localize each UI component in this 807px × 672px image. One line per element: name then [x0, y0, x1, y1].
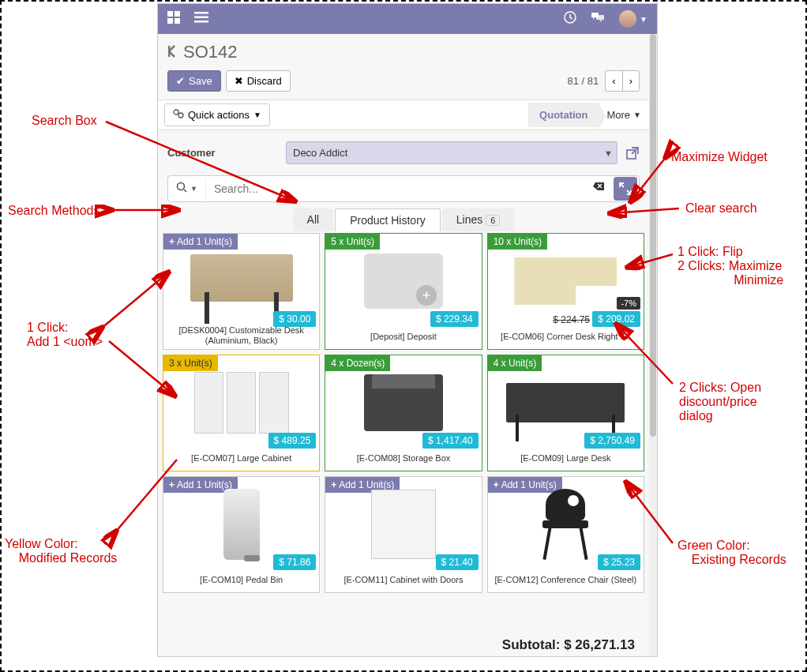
- svg-line-20: [611, 208, 679, 213]
- svg-line-23: [627, 483, 673, 543]
- svg-line-19: [632, 156, 666, 201]
- svg-line-21: [629, 254, 673, 267]
- annotation-arrows: [2, 2, 807, 672]
- svg-line-22: [617, 325, 673, 384]
- svg-line-18: [115, 460, 177, 532]
- svg-line-14: [106, 122, 294, 201]
- svg-line-17: [109, 341, 174, 395]
- svg-line-16: [101, 273, 167, 328]
